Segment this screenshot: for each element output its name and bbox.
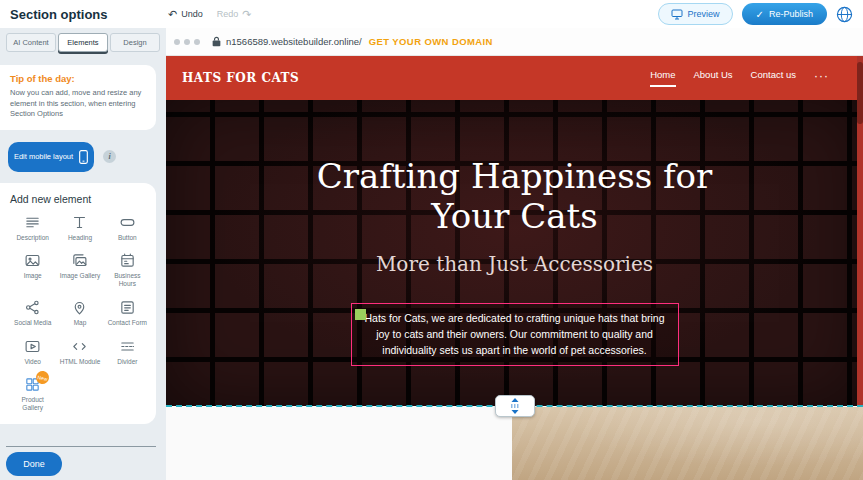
tab-elements[interactable]: Elements [58, 33, 108, 52]
republish-button[interactable]: ✓ Re-Publish [742, 3, 827, 25]
nav-home[interactable]: Home [650, 69, 675, 87]
element-image-gallery[interactable]: Image Gallery [57, 252, 102, 288]
canvas-background [166, 407, 512, 480]
element-html-module[interactable]: HTML Module [57, 338, 102, 366]
check-icon: ✓ [756, 9, 764, 20]
business-hours-icon [119, 252, 136, 269]
site-logo[interactable]: HATS FOR CATS [182, 71, 299, 85]
language-globe-icon[interactable] [836, 6, 853, 23]
element-product-gallery[interactable]: New Product Gallery [10, 376, 55, 412]
tip-title: Tip of the day: [10, 73, 146, 84]
page-title: Section options [10, 7, 158, 22]
browser-preview: n1566589.websitebuilder.online/ GET YOUR… [166, 28, 863, 480]
element-image[interactable]: Image [10, 252, 55, 288]
scrollbar-thumb[interactable] [857, 62, 863, 124]
topbar: Section options ↶ Undo Redo ↷ Preview [0, 0, 863, 28]
button-icon [119, 214, 136, 231]
hero-heading[interactable]: Crafting Happiness for Your Cats [305, 156, 725, 236]
window-dot-icon [194, 39, 200, 45]
tab-design[interactable]: Design [110, 33, 160, 52]
preview-label: Preview [688, 9, 720, 19]
element-divider[interactable]: Divider [105, 338, 150, 366]
done-button[interactable]: Done [6, 452, 62, 476]
undo-button[interactable]: ↶ Undo [168, 9, 203, 20]
map-icon [71, 299, 88, 316]
edit-mobile-label: Edit mobile layout [14, 152, 73, 161]
element-contact-form[interactable]: Contact Form [105, 299, 150, 327]
undo-label: Undo [181, 9, 203, 19]
element-social-media[interactable]: Social Media [10, 299, 55, 327]
get-domain-link[interactable]: GET YOUR OWN DOMAIN [369, 36, 493, 47]
app-window: Section options ↶ Undo Redo ↷ Preview [0, 0, 863, 480]
contact-form-icon [119, 299, 136, 316]
scrollbar[interactable] [857, 56, 863, 405]
add-element-panel: Add new element Description Heading Butt… [0, 183, 156, 425]
site-header: HATS FOR CATS Home About Us Contact us ·… [166, 56, 863, 100]
preview-button[interactable]: Preview [658, 3, 733, 25]
window-dot-icon [184, 39, 190, 45]
nav-about[interactable]: About Us [694, 69, 733, 87]
tip-card: Tip of the day: Now you can add, move an… [0, 65, 156, 130]
mobile-layout-row: Edit mobile layout i [8, 142, 166, 172]
next-section-image [512, 407, 863, 480]
tip-body: Now you can add, move and resize any ele… [10, 88, 146, 120]
hero-section[interactable]: Crafting Happiness for Your Cats More th… [166, 100, 863, 406]
section-resize-handle[interactable] [495, 395, 535, 417]
site-url[interactable]: n1566589.websitebuilder.online/ [226, 36, 362, 47]
element-grid: Description Heading Button [10, 214, 150, 413]
sidebar-divider [6, 446, 156, 447]
element-heading[interactable]: Heading [57, 214, 102, 242]
history-controls: ↶ Undo Redo ↷ [168, 9, 251, 20]
republish-label: Re-Publish [769, 9, 813, 19]
add-element-title: Add new element [10, 193, 150, 205]
image-icon [24, 252, 41, 269]
edit-mobile-layout-button[interactable]: Edit mobile layout [8, 142, 94, 172]
sidebar: AI Content Elements Design Tip of the da… [0, 28, 166, 480]
element-button[interactable]: Button [105, 214, 150, 242]
browser-chrome: n1566589.websitebuilder.online/ GET YOUR… [166, 28, 863, 56]
element-description[interactable]: Description [10, 214, 55, 242]
element-business-hours[interactable]: Business Hours [105, 252, 150, 288]
image-gallery-icon [71, 252, 88, 269]
element-drag-handle[interactable] [355, 309, 366, 320]
html-module-icon [71, 338, 88, 355]
hero-subheading[interactable]: More than Just Accessories [166, 252, 863, 276]
nav-contact[interactable]: Contact us [751, 69, 796, 87]
hero-paragraph[interactable]: Hats for Cats, we are dedicated to craft… [351, 303, 679, 366]
divider-icon [119, 338, 136, 355]
redo-button[interactable]: Redo ↷ [217, 9, 252, 20]
site-nav: Home About Us Contact us ··· [650, 69, 829, 87]
undo-icon: ↶ [168, 9, 177, 20]
sidebar-tabs: AI Content Elements Design [6, 33, 160, 52]
hero-paragraph-text: Hats for Cats, we are dedicated to craft… [364, 312, 664, 356]
redo-label: Redo [217, 9, 239, 19]
phone-icon [79, 150, 88, 164]
social-media-icon [24, 299, 41, 316]
window-dot-icon [174, 39, 180, 45]
redo-icon: ↷ [242, 9, 251, 20]
description-icon [24, 214, 41, 231]
topbar-actions: Preview ✓ Re-Publish [658, 3, 853, 25]
resize-arrows-icon [509, 398, 521, 414]
tab-ai-content[interactable]: AI Content [6, 33, 56, 52]
nav-more-icon[interactable]: ··· [814, 69, 829, 87]
element-map[interactable]: Map [57, 299, 102, 327]
monitor-icon [671, 9, 683, 20]
element-video[interactable]: Video [10, 338, 55, 366]
lock-icon [212, 36, 221, 47]
heading-icon [71, 214, 88, 231]
info-icon[interactable]: i [103, 150, 116, 163]
video-icon [24, 338, 41, 355]
